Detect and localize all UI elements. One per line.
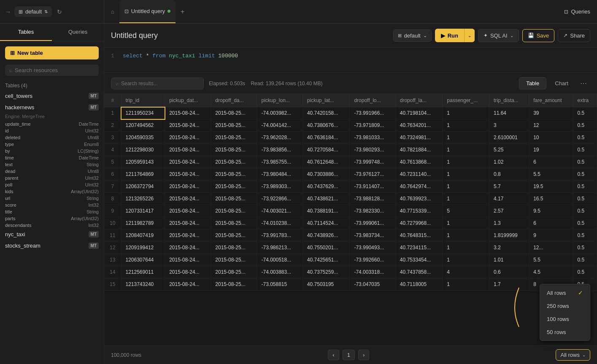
run-main-button[interactable]: ▶ Run <box>435 30 464 42</box>
table-cell: 40.7438621... <box>303 193 350 205</box>
table-cell: 2015-08-25... <box>211 278 257 291</box>
db-name-label: default <box>25 8 42 15</box>
table-cell: 0.5 <box>573 181 597 193</box>
table-cell: 40.7380676... <box>303 119 350 132</box>
new-table-button[interactable]: ⊞ New table <box>5 46 99 59</box>
sidebar-tab-tables[interactable]: Tables <box>0 24 52 41</box>
refresh-icon[interactable]: ↻ <box>57 8 62 15</box>
table-badge-hackernews: MT <box>89 104 99 111</box>
table-cell: 40.7634201... <box>395 119 443 132</box>
table-item-stocks-stream[interactable]: stocks_stream MT <box>0 240 104 251</box>
query-tab[interactable]: ⊡ Untitled query <box>119 0 176 23</box>
dropdown-item-50-rows[interactable]: 50 rows <box>540 326 590 339</box>
run-dropdown-button[interactable]: ⌄ <box>465 30 475 41</box>
table-row: 1012119827892015-08-24...2015-08-25...-7… <box>104 217 597 229</box>
query-title: Untitled query <box>111 31 158 40</box>
dropdown-item-all-rows[interactable]: All rows ✓ <box>540 286 590 299</box>
table-row: 912073314172015-08-24...2015-08-25...-74… <box>104 205 597 217</box>
back-icon[interactable]: → <box>5 8 11 15</box>
code-line-1: 1 select * from nyc_taxi limit 100000 <box>111 53 590 59</box>
table-cell: 4 <box>104 144 121 156</box>
save-button[interactable]: 💾 Save <box>522 29 555 42</box>
sql-ai-button[interactable]: ✦ SQL AI ⌄ <box>478 29 519 42</box>
queries-button[interactable]: ⊡ Queries <box>564 8 590 15</box>
table-cell: 1211764869 <box>121 168 165 181</box>
table-cell: 1206372794 <box>121 181 165 193</box>
table-cell: 5.7 <box>489 181 529 193</box>
table-cell: 2015-08-25... <box>211 254 257 266</box>
results-search-input[interactable] <box>121 81 199 86</box>
editor-area[interactable]: 1 select * from nyc_taxi limit 100000 <box>104 48 597 73</box>
table-cell: 1211982789 <box>121 217 165 229</box>
row-count: 100,000 rows <box>111 352 141 358</box>
table-cell: -73.980293... <box>350 144 395 156</box>
table-cell: -74.003982... <box>257 107 303 119</box>
view-chart-button[interactable]: Chart <box>548 78 575 89</box>
prev-page-button[interactable]: ‹ <box>328 350 339 360</box>
table-cell: 0.5 <box>573 217 597 229</box>
save-label: Save <box>537 32 549 39</box>
table-cell: 3.2 <box>489 242 529 254</box>
header-actions: ⊞ default ⌄ ▶ Run ⌄ ✦ SQL AI <box>393 29 590 42</box>
table-cell: 1207494562 <box>121 119 165 132</box>
dropdown-item-100-rows[interactable]: 100 rows <box>540 313 590 326</box>
next-page-button[interactable]: › <box>358 350 369 360</box>
table-group-hackernews: hackernews MT Engine: MergeTree update_t… <box>0 102 104 229</box>
table-cell: 12 <box>529 119 573 132</box>
dropdown-item-250-rows[interactable]: 250 rows <box>540 299 590 313</box>
field-parts: partsArray(UInt32) <box>0 215 104 222</box>
table-cell: 2015-08-24... <box>165 242 211 254</box>
home-tab[interactable]: ⌂ <box>108 6 118 17</box>
run-label: Run <box>448 32 458 39</box>
search-resources-input[interactable] <box>15 67 95 73</box>
table-item-nyc-taxi[interactable]: nyc_taxi MT <box>0 229 104 240</box>
share-label: Share <box>570 32 585 39</box>
table-cell: 40.7550201... <box>303 242 350 254</box>
results-toolbar: ⌕ Elapsed: 0.503s Read: 139,264 rows (10… <box>104 73 597 94</box>
results-search-box: ⌕ <box>111 78 204 89</box>
db-selector[interactable]: ⊞ default ⌄ <box>393 30 432 42</box>
table-item-hackernews[interactable]: hackernews MT <box>0 102 104 113</box>
table-cell: 40.7636184... <box>303 132 350 144</box>
table-cell: 1 <box>443 217 489 229</box>
table-row: 612117648692015-08-24...2015-08-25...-73… <box>104 168 597 181</box>
table-row: 1412125690112015-08-24...2015-08-25...-7… <box>104 266 597 278</box>
table-cell: 5.5 <box>529 168 573 181</box>
table-cell: 0.6 <box>489 266 529 278</box>
sidebar-tab-queries[interactable]: Queries <box>52 24 104 41</box>
table-cell: 2015-08-25... <box>211 217 257 229</box>
query-header: Untitled query ⊞ default ⌄ ▶ Run ⌄ <box>104 24 597 48</box>
col-header-dropoff-la: dropoff_la... <box>395 94 443 107</box>
view-table-button[interactable]: Table <box>519 77 546 89</box>
table-cell: -73.990493... <box>350 242 395 254</box>
table-cell[interactable]: 1211950234 <box>121 107 165 119</box>
rows-selector[interactable]: All rows ⌄ <box>556 349 590 361</box>
table-cell: 2015-08-25... <box>211 229 257 242</box>
table-cell: 8 <box>104 193 121 205</box>
table-cell: 2015-08-24... <box>165 254 211 266</box>
table-cell: 14 <box>104 266 121 278</box>
table-cell: 2 <box>104 119 121 132</box>
results-table: # trip_id pickup_dat... dropoff_da... pi… <box>104 94 597 291</box>
more-options-button[interactable]: ⋯ <box>577 78 590 89</box>
results-area: ⌕ Elapsed: 0.503s Read: 139,264 rows (10… <box>104 73 597 364</box>
dropdown-check-all-rows: ✓ <box>578 289 583 296</box>
table-cell: 0.5 <box>573 119 597 132</box>
pagination: ‹ 1 › <box>328 350 369 360</box>
table-cell: -74.003021... <box>257 205 303 217</box>
table-item-cell-towers[interactable]: cell_towers MT <box>0 90 104 102</box>
add-tab-button[interactable]: + <box>177 5 188 18</box>
code-content: select * from nyc_taxi limit 100000 <box>123 53 238 59</box>
search-resources-box: ⌕ <box>5 65 99 76</box>
table-cell: 1 <box>443 242 489 254</box>
table-cell: 2015-08-25... <box>211 132 257 144</box>
table-cell: 40.7231140... <box>395 168 443 181</box>
db-chevron-icon: ⇅ <box>44 9 48 14</box>
db-tab[interactable]: ⊞ default ⇅ <box>14 6 52 17</box>
table-cell: 2015-08-24... <box>165 156 211 168</box>
table-cell: 2.6100001 <box>489 132 529 144</box>
table-cell: 11 <box>104 229 121 242</box>
rows-dropdown: All rows ✓ 250 rows 100 rows 50 rows <box>540 284 590 341</box>
table-cell: 3 <box>104 132 121 144</box>
share-button[interactable]: ↗ Share <box>558 29 590 42</box>
